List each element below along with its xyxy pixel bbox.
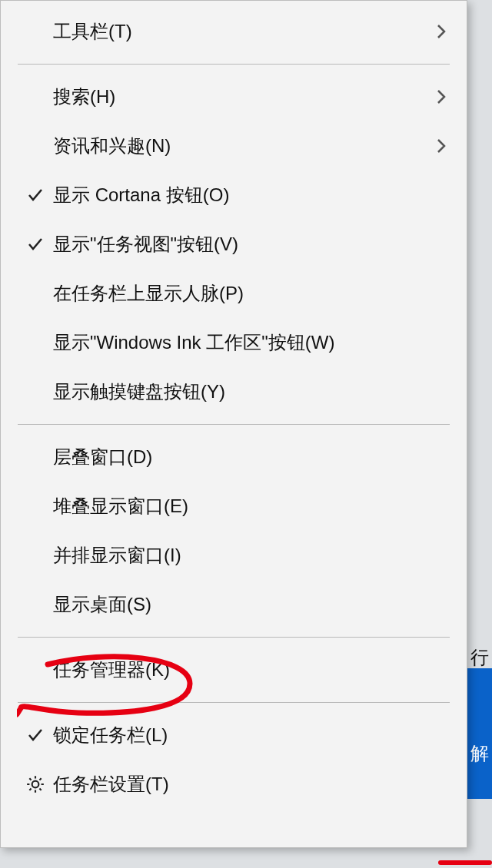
menu-item-label: 锁定任务栏(L) xyxy=(53,723,430,747)
check-icon xyxy=(18,726,53,744)
background-text-blue: 解 xyxy=(470,741,489,766)
menu-item-people[interactable]: 在任务栏上显示人脉(P) xyxy=(1,269,467,318)
menu-item-label: 显示"Windows Ink 工作区"按钮(W) xyxy=(53,330,430,355)
menu-separator xyxy=(18,424,450,425)
menu-item-label: 显示触摸键盘按钮(Y) xyxy=(53,379,430,404)
menu-item-desktop[interactable]: 显示桌面(S) xyxy=(1,580,467,629)
menu-item-taskview[interactable]: 显示"任务视图"按钮(V) xyxy=(1,220,467,269)
menu-item-label: 搜索(H) xyxy=(53,84,430,109)
menu-item-label: 层叠窗口(D) xyxy=(53,445,430,469)
menu-item-search[interactable]: 搜索(H) xyxy=(1,72,467,121)
chevron-right-icon xyxy=(430,22,453,41)
menu-separator xyxy=(18,702,450,703)
menu-item-lock[interactable]: 锁定任务栏(L) xyxy=(1,711,467,760)
chevron-right-icon xyxy=(430,137,453,155)
menu-item-ink[interactable]: 显示"Windows Ink 工作区"按钮(W) xyxy=(1,318,467,367)
taskbar-context-menu: 工具栏(T)搜索(H)资讯和兴趣(N)显示 Cortana 按钮(O)显示"任务… xyxy=(0,0,467,848)
annotation-red-line xyxy=(438,860,492,865)
menu-item-label: 堆叠显示窗口(E) xyxy=(53,494,430,518)
menu-item-label: 显示桌面(S) xyxy=(53,592,430,617)
menu-separator xyxy=(18,64,450,65)
menu-item-taskmgr[interactable]: 任务管理器(K) xyxy=(1,645,467,694)
menu-item-toolbars[interactable]: 工具栏(T) xyxy=(1,7,467,56)
menu-separator xyxy=(18,637,450,638)
menu-item-stacked[interactable]: 堆叠显示窗口(E) xyxy=(1,482,467,531)
chevron-right-icon xyxy=(430,88,453,106)
background-text: 行 xyxy=(470,645,489,670)
menu-item-cascade[interactable]: 层叠窗口(D) xyxy=(1,432,467,482)
menu-item-label: 并排显示窗口(I) xyxy=(53,543,430,568)
gear-icon xyxy=(18,774,53,794)
menu-item-label: 在任务栏上显示人脉(P) xyxy=(53,281,430,306)
menu-item-touchkb[interactable]: 显示触摸键盘按钮(Y) xyxy=(1,367,467,416)
menu-item-label: 显示 Cortana 按钮(O) xyxy=(53,183,430,207)
check-icon xyxy=(18,186,53,204)
menu-item-label: 显示"任务视图"按钮(V) xyxy=(53,232,430,257)
menu-item-settings[interactable]: 任务栏设置(T) xyxy=(1,760,467,809)
menu-item-label: 资讯和兴趣(N) xyxy=(53,134,430,158)
menu-item-cortana[interactable]: 显示 Cortana 按钮(O) xyxy=(1,171,467,220)
menu-item-label: 任务管理器(K) xyxy=(53,658,430,682)
menu-item-label: 工具栏(T) xyxy=(53,19,430,44)
check-icon xyxy=(18,235,53,253)
menu-item-label: 任务栏设置(T) xyxy=(53,772,430,797)
menu-item-news[interactable]: 资讯和兴趣(N) xyxy=(1,121,467,171)
menu-item-sidebyside[interactable]: 并排显示窗口(I) xyxy=(1,531,467,580)
